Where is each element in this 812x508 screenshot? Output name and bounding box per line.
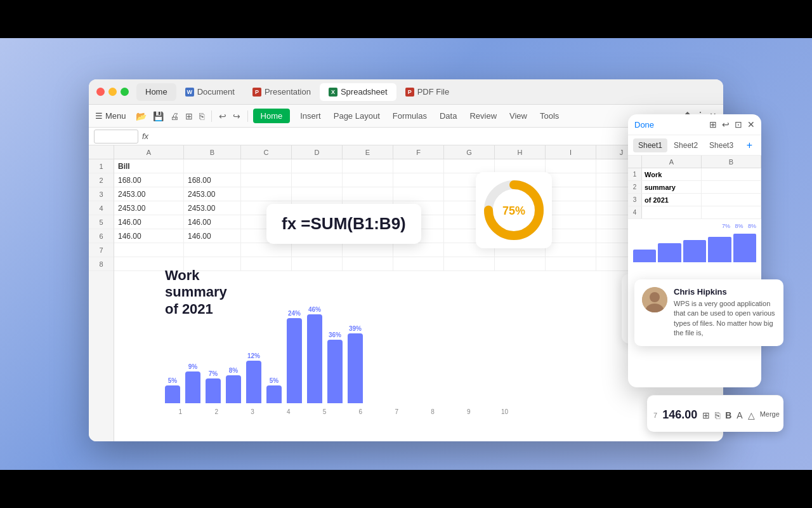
cell-c7[interactable] (241, 243, 292, 257)
close-button[interactable] (96, 88, 105, 96)
cell-b7[interactable] (184, 243, 241, 257)
tools-tab[interactable]: Tools (535, 109, 564, 123)
cell-d3[interactable] (292, 187, 343, 201)
view-tab[interactable]: View (504, 109, 532, 123)
tab-presentation[interactable]: P Presentation (244, 83, 320, 101)
panel-tab-sheet1[interactable]: Sheet1 (633, 138, 667, 152)
cell-d1[interactable] (292, 159, 343, 173)
cell-b2[interactable]: 168.00 (184, 173, 241, 187)
cell-c2[interactable] (241, 173, 292, 187)
panel-add-sheet-button[interactable]: + (743, 140, 756, 151)
cell-d2[interactable] (292, 173, 343, 187)
bars-container: 5%9%7%8%12%5%24%46%36%39% (165, 314, 520, 403)
cell-f8[interactable] (393, 257, 444, 271)
cell-a1[interactable]: Bill (114, 159, 184, 173)
open-icon[interactable]: 📂 (134, 110, 148, 123)
cell-b4[interactable]: 2453.00 (184, 201, 241, 215)
tab-spreadsheet[interactable]: X Spreadsheet (320, 83, 396, 101)
cell-d7[interactable] (292, 243, 343, 257)
strip-grid-icon[interactable]: ⊞ (702, 410, 710, 420)
cell-c3[interactable] (241, 187, 292, 201)
cell-a5[interactable]: 146.00 (114, 215, 184, 229)
cell-c1[interactable] (241, 159, 292, 173)
cell-i6[interactable] (546, 229, 596, 243)
pagelayout-tab[interactable]: Page Layout (329, 109, 385, 123)
cell-e2[interactable] (343, 173, 393, 187)
cell-i3[interactable] (546, 187, 596, 201)
cell-a6[interactable]: 146.00 (114, 229, 184, 243)
panel-cell-a1[interactable]: Work (642, 168, 702, 180)
cell-i2[interactable] (546, 173, 596, 187)
cell-b6[interactable]: 146.00 (184, 229, 241, 243)
minimize-button[interactable] (108, 88, 117, 96)
strip-merge-icon[interactable]: Merge (760, 410, 780, 420)
mini-pct-1: 7% (722, 223, 730, 229)
tab-document[interactable]: W Document (176, 83, 244, 101)
tab-pdf[interactable]: P PDF File (396, 83, 459, 101)
review-tab[interactable]: Review (464, 109, 502, 123)
panel-rownum-4: 4 (628, 206, 642, 218)
panel-tab-sheet3[interactable]: Sheet3 (704, 138, 738, 152)
panel-done-button[interactable]: Done (634, 120, 654, 130)
undo-icon[interactable]: ↩ (217, 110, 228, 123)
strip-font-icon[interactable]: A (737, 410, 742, 420)
save-icon[interactable]: 💾 (151, 110, 166, 123)
cell-a3[interactable]: 2453.00 (114, 187, 184, 201)
panel-icons: ⊞ ↩ ⊡ ✕ (709, 119, 755, 130)
panel-cell-a2[interactable]: summary (642, 181, 702, 193)
cell-e1[interactable] (343, 159, 393, 173)
data-tab[interactable]: Data (435, 109, 462, 123)
cell-e7[interactable] (343, 243, 393, 257)
cell-reference-input[interactable] (94, 130, 138, 144)
cell-g8[interactable] (444, 257, 495, 271)
cell-e3[interactable] (343, 187, 393, 201)
cell-f2[interactable] (393, 173, 444, 187)
panel-save-icon[interactable]: ⊞ (709, 119, 717, 130)
panel-close-icon[interactable]: ✕ (747, 119, 755, 130)
strip-bold-icon[interactable]: B (725, 410, 731, 420)
cell-e8[interactable] (343, 257, 393, 271)
cell-c8[interactable] (241, 257, 292, 271)
panel-cell-a3[interactable]: of 2021 (642, 194, 702, 206)
cell-g1[interactable] (444, 159, 495, 173)
cell-b3[interactable]: 2453.00 (184, 187, 241, 201)
panel-expand-icon[interactable]: ⊡ (735, 119, 742, 130)
cell-d8[interactable] (292, 257, 343, 271)
col-header-i: I (546, 145, 596, 159)
formulas-tab[interactable]: Formulas (388, 109, 432, 123)
insert-tab[interactable]: Insert (295, 109, 326, 123)
print-icon[interactable]: 🖨 (168, 110, 181, 123)
cell-a2[interactable]: 168.00 (114, 173, 184, 187)
cell-f3[interactable] (393, 187, 444, 201)
cell-a4[interactable]: 2453.00 (114, 201, 184, 215)
cell-b5[interactable]: 146.00 (184, 215, 241, 229)
home-ribbon-button[interactable]: Home (253, 109, 291, 123)
cell-a7[interactable] (114, 243, 184, 257)
redo-icon[interactable]: ↪ (231, 110, 242, 123)
strip-copy2-icon[interactable]: ⎘ (715, 410, 720, 420)
format-icon[interactable]: ⊞ (183, 110, 195, 123)
cell-i8[interactable] (546, 257, 596, 271)
cell-b1[interactable] (184, 159, 241, 173)
menu-button[interactable]: ☰ Menu (95, 111, 126, 121)
panel-undo-icon[interactable]: ↩ (722, 119, 730, 130)
mini-bar-2 (658, 243, 681, 262)
panel-cell-b4[interactable] (702, 206, 761, 218)
cell-i5[interactable] (546, 215, 596, 229)
panel-tab-sheet2[interactable]: Sheet2 (669, 138, 703, 152)
cell-i7[interactable] (546, 243, 596, 257)
panel-cell-b3[interactable] (702, 194, 761, 206)
cell-i1[interactable] (546, 159, 596, 173)
panel-cell-a4[interactable] (642, 206, 702, 218)
cell-h1[interactable] (495, 159, 546, 173)
copy-icon[interactable]: ⎘ (197, 110, 206, 123)
tab-home[interactable]: Home (136, 83, 176, 101)
cell-f1[interactable] (393, 159, 444, 173)
cell-h8[interactable] (495, 257, 546, 271)
maximize-button[interactable] (121, 88, 129, 96)
panel-cell-b1[interactable] (702, 168, 761, 180)
strip-highlight-icon[interactable]: △ (748, 410, 755, 420)
cell-f7[interactable] (393, 243, 444, 257)
cell-i4[interactable] (546, 201, 596, 215)
panel-cell-b2[interactable] (702, 181, 761, 193)
